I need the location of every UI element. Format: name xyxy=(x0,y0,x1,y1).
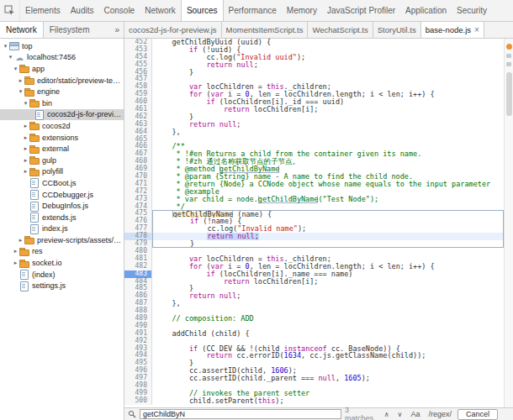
tree-item-ccdebugger-js[interactable]: CCDebugger.js xyxy=(0,189,124,201)
tree-item-extensions[interactable]: ▸extensions xyxy=(0,132,124,144)
chevron-right-icon[interactable]: ▸ xyxy=(22,168,29,175)
tree-item-res[interactable]: ▸res xyxy=(0,246,124,258)
code-line-455[interactable]: 455 return null; xyxy=(124,61,504,69)
tree-item-debuginfos-js[interactable]: DebugInfos.js xyxy=(0,200,124,212)
tree-item-settings-js[interactable]: settings.js xyxy=(0,280,124,291)
chevron-down-icon[interactable]: ▾ xyxy=(12,66,19,72)
code-line-458[interactable]: 458 var locChildren = this._children; xyxy=(124,83,504,91)
code-line-461[interactable]: 461 return locChildren[i]; xyxy=(124,106,504,113)
editor-tab-wechatscript-ts[interactable]: WechatScript.ts xyxy=(308,22,373,38)
code-line-486[interactable]: 486 return null; xyxy=(124,292,504,300)
code-editor[interactable]: 452 getChildByUuid (uuid) {453 if (!uuid… xyxy=(124,39,504,407)
tab-elements[interactable]: Elements xyxy=(20,0,66,21)
code-line-479[interactable]: 479 } xyxy=(124,240,504,248)
tree-item-cocos2d[interactable]: ▸cocos2d xyxy=(0,120,124,132)
code-line-478[interactable]: 478 return null; xyxy=(124,233,504,240)
code-line-493[interactable]: 493 if (CC_DEV && !(child instanceof cc.… xyxy=(124,345,504,353)
code-line-492[interactable]: 492 xyxy=(124,338,504,345)
code-line-453[interactable]: 453 if (!uuid) { xyxy=(124,46,504,54)
cancel-button[interactable]: Cancel xyxy=(457,409,498,420)
code-line-485[interactable]: 485 } xyxy=(124,285,504,292)
chevron-down-icon[interactable]: ▾ xyxy=(2,43,9,50)
code-line-498[interactable]: 498 xyxy=(124,382,504,390)
code-line-456[interactable]: 456 } xyxy=(124,69,504,76)
editor-scrollbar[interactable] xyxy=(504,39,513,407)
tree-item-preview-scripts-assets-script[interactable]: ▸preview-scripts/assets/Script xyxy=(0,234,124,246)
tree-item-localhost-7456[interactable]: ▾☁localhost:7456 xyxy=(0,52,124,64)
code-line-452[interactable]: 452 getChildByUuid (uuid) { xyxy=(124,39,504,46)
code-line-482[interactable]: 482 for (var i = 0, len = locChildren.le… xyxy=(124,263,504,270)
chevron-down-icon[interactable]: ▾ xyxy=(17,88,24,95)
code-line-464[interactable]: 464 }, xyxy=(124,129,504,136)
code-line-459[interactable]: 459 for (var i = 0, len = locChildren.le… xyxy=(124,91,504,98)
scrollbar-thumb[interactable] xyxy=(506,72,512,116)
code-line-454[interactable]: 454 cc.log("Invalid uuid"); xyxy=(124,54,504,61)
tree-item-editor-static-preview-template[interactable]: ▸editor/static/preview-template xyxy=(0,75,124,87)
code-line-484[interactable]: 484 return locChildren[i]; xyxy=(124,278,504,286)
search-input[interactable] xyxy=(140,409,341,419)
navigator-tab-filesystem[interactable]: Filesystem xyxy=(44,22,96,38)
tree-item-cocos2d-js-for-preview-js[interactable]: cocos2d-js-for-preview.js xyxy=(0,109,124,121)
editor-tab-storyutil-ts[interactable]: StoryUtil.ts xyxy=(373,22,421,38)
code-line-466[interactable]: 466 /** xyxy=(124,143,504,150)
tab-console[interactable]: Console xyxy=(98,0,140,21)
code-line-487[interactable]: 487 }, xyxy=(124,300,504,307)
code-line-490[interactable]: 490 xyxy=(124,323,504,330)
code-line-470[interactable]: 470 * @param {String} name - A name to f… xyxy=(124,173,504,181)
tab-sources[interactable]: Sources xyxy=(181,0,224,21)
chevron-right-icon[interactable]: ▸ xyxy=(17,77,24,84)
editor-tab-base-node-js[interactable]: base-node.js× xyxy=(421,22,484,38)
regex-button[interactable]: /regex/ xyxy=(426,410,454,418)
code-line-467[interactable]: 467 * !#en Returns a child from the cont… xyxy=(124,150,504,158)
code-line-463[interactable]: 463 return null; xyxy=(124,121,504,129)
code-line-476[interactable]: 476 if (!name) { xyxy=(124,218,504,225)
tab-application[interactable]: Application xyxy=(400,0,452,21)
code-line-473[interactable]: 473 * var child = node.getChildByName("T… xyxy=(124,196,504,203)
chevron-right-icon[interactable]: ▸ xyxy=(22,123,29,129)
navigator-tab-network[interactable]: Network xyxy=(0,22,44,38)
code-line-471[interactable]: 471 * @return {Node} a CCNode object who… xyxy=(124,181,504,188)
tab-memory[interactable]: Memory xyxy=(282,0,322,21)
code-line-480[interactable]: 480 xyxy=(124,248,504,255)
tree-item-polyfill[interactable]: ▸polyfill xyxy=(0,166,124,178)
match-case-button[interactable]: Aa xyxy=(408,410,422,418)
code-line-462[interactable]: 462 } xyxy=(124,113,504,121)
code-line-469[interactable]: 469 * @method getChildByName xyxy=(124,165,504,173)
chevron-right-icon[interactable]: ▸ xyxy=(22,157,29,164)
code-line-460[interactable]: 460 if (locChildren[i]._id === uuid) xyxy=(124,98,504,106)
code-line-468[interactable]: 468 * !#zh 通过名称获取节点的子节点。 xyxy=(124,158,504,165)
code-line-481[interactable]: 481 var locChildren = this._children; xyxy=(124,255,504,263)
overflow-tabs-icon[interactable]: » xyxy=(110,22,124,38)
chevron-down-icon[interactable]: ▾ xyxy=(22,100,29,107)
code-line-497[interactable]: 497 cc.assertID(child._parent === null, … xyxy=(124,375,504,382)
code-line-475[interactable]: 475 getChildByName (name) { xyxy=(124,210,504,218)
code-line-494[interactable]: 494 return cc.errorID(1634, cc.js.getCla… xyxy=(124,352,504,360)
code-line-488[interactable]: 488 xyxy=(124,307,504,315)
chevron-right-icon[interactable]: ▸ xyxy=(22,145,29,152)
editor-tab-momentsitemscript-ts[interactable]: MomentsItemScript.ts xyxy=(222,22,309,38)
tab-javascript-profiler[interactable]: JavaScript Profiler xyxy=(322,0,400,21)
chevron-down-icon[interactable]: ▾ xyxy=(7,54,14,60)
code-line-477[interactable]: 477 cc.log("Invalid name"); xyxy=(124,225,504,233)
tree-item-top[interactable]: ▾top xyxy=(0,40,124,52)
tree-item-external[interactable]: ▸external xyxy=(0,143,124,155)
tab-network[interactable]: Network xyxy=(140,0,181,21)
tab-security[interactable]: Security xyxy=(452,0,492,21)
tree-item-socket-io[interactable]: ▸socket.io xyxy=(0,257,124,269)
line-number-500[interactable]: 500 xyxy=(124,397,152,405)
tree-item-extends-js[interactable]: extends.js xyxy=(0,212,124,223)
code-line-465[interactable]: 465 xyxy=(124,136,504,144)
chevron-right-icon[interactable]: ▸ xyxy=(12,260,19,266)
tab-audits[interactable]: Audits xyxy=(66,0,99,21)
tree-item-engine[interactable]: ▾engine xyxy=(0,86,124,97)
code-line-483[interactable]: 483 if (locChildren[i]._name === name) xyxy=(124,270,504,278)
editor-tab-cocos2d-js-for-preview-js[interactable]: cocos2d-js-for-preview.js xyxy=(124,22,222,38)
previous-match-button[interactable]: ∧ xyxy=(382,411,392,418)
next-match-button[interactable]: ∨ xyxy=(395,411,405,418)
code-line-457[interactable]: 457 xyxy=(124,76,504,83)
chevron-right-icon[interactable]: ▸ xyxy=(17,237,24,244)
tree-item-app[interactable]: ▾app xyxy=(0,63,124,75)
code-line-472[interactable]: 472 * @example xyxy=(124,188,504,196)
code-line-489[interactable]: 489 // composition: ADD xyxy=(124,315,504,323)
tab-performance[interactable]: Performance xyxy=(224,0,282,21)
